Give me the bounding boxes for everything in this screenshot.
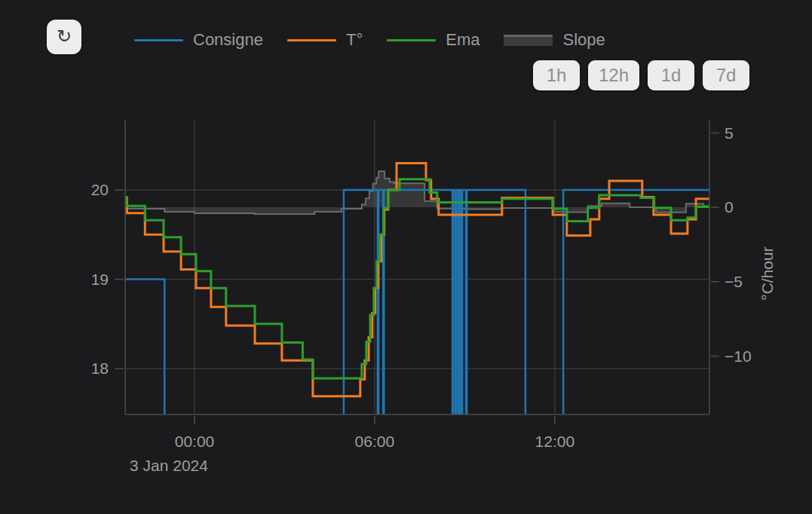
slope-area [125,171,709,214]
date-label: 3 Jan 2024 [130,457,208,474]
thermostat-history-card: ↻ Consigne T° Ema Slope 1h 12h 1d 7d 201… [0,0,812,514]
range-button-1h[interactable]: 1h [533,60,580,90]
legend-label: Consigne [193,30,263,50]
legend-label: Ema [446,30,480,50]
slope-axis-title: °C/hour [758,246,776,300]
legend-label: Slope [562,30,605,50]
temp-tick-label: 20 [91,181,109,198]
slope-tick-label: −10 [725,347,752,365]
legend-label: T° [346,30,363,50]
slope-tick-label: −5 [725,273,743,290]
legend-item-ema[interactable]: Ema [387,30,480,50]
temp-tick-label: 19 [91,271,109,288]
slope-tick-label: 0 [725,198,734,216]
time-tick-label: 12:00 [535,433,575,450]
time-tick-label: 00:00 [175,433,215,450]
range-button-1d[interactable]: 1d [648,60,694,90]
range-button-12h[interactable]: 12h [588,60,639,90]
time-tick-label: 06:00 [355,433,395,450]
ema-line-swatch [387,39,436,41]
consigne-line-swatch [134,39,183,41]
legend-item-slope[interactable]: Slope [504,30,605,50]
slope-area-swatch [504,35,553,46]
temperature-line-swatch [287,39,336,41]
legend-item-temperature[interactable]: T° [287,30,363,50]
refresh-button[interactable]: ↻ [47,20,81,54]
range-button-row: 1h 12h 1d 7d [533,60,749,90]
refresh-icon: ↻ [57,27,72,45]
chart-legend: Consigne T° Ema Slope [134,30,605,50]
legend-item-consigne[interactable]: Consigne [134,30,263,50]
consigne-line [125,190,709,431]
temp-tick-label: 18 [91,359,109,377]
range-button-7d[interactable]: 7d [703,60,749,90]
slope-tick-label: 5 [725,124,734,142]
